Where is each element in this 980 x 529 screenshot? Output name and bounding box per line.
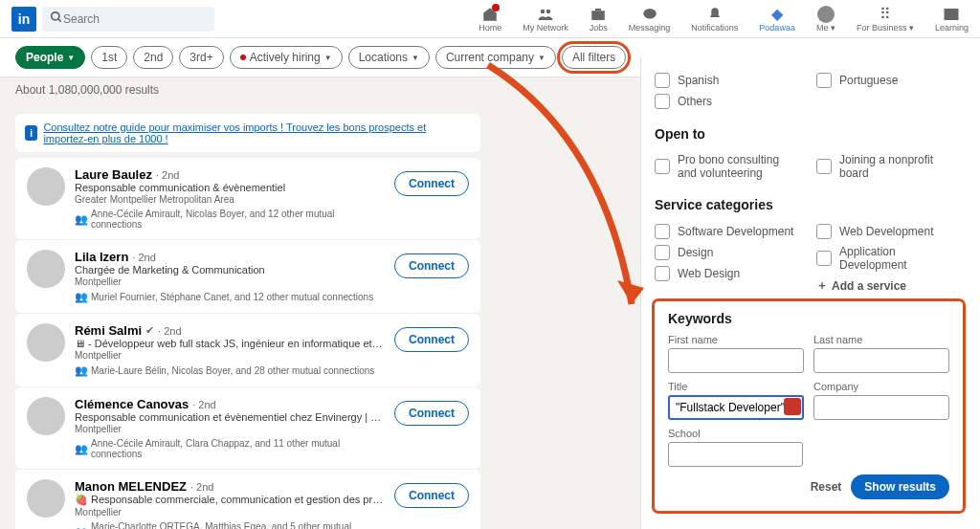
grid-icon: ⠿ bbox=[877, 6, 894, 23]
company-input[interactable] bbox=[813, 395, 949, 420]
filter-current-company[interactable]: Current company▼ bbox=[435, 46, 556, 69]
result-card: Laure Baulez · 2nd Responsable communica… bbox=[15, 158, 480, 240]
filter-2nd[interactable]: 2nd bbox=[133, 46, 173, 69]
profile-name-link[interactable]: Laure Baulez bbox=[75, 167, 152, 182]
checkbox-icon bbox=[655, 94, 670, 109]
extension-badge-icon bbox=[784, 398, 801, 415]
search-input[interactable] bbox=[63, 12, 207, 26]
connect-button[interactable]: Connect bbox=[394, 171, 469, 196]
open-to-heading: Open to bbox=[655, 126, 963, 142]
caret-down-icon: ▼ bbox=[412, 54, 419, 62]
briefcase-icon bbox=[590, 6, 607, 23]
filter-actively-hiring[interactable]: Actively hiring▼ bbox=[230, 46, 343, 69]
avatar-icon bbox=[817, 6, 835, 23]
nav-notifications[interactable]: Notifications bbox=[691, 6, 738, 33]
nav-messaging[interactable]: Messaging bbox=[629, 6, 671, 33]
profile-avatar[interactable] bbox=[27, 250, 65, 288]
keywords-section: Keywords First name Last name Title Comp… bbox=[655, 301, 963, 511]
nav-business[interactable]: ⠿For Business ▾ bbox=[857, 6, 914, 33]
check-spanish[interactable]: Spanish bbox=[655, 73, 801, 88]
filter-all-filters[interactable]: All filters bbox=[562, 46, 626, 69]
connect-button[interactable]: Connect bbox=[394, 253, 469, 278]
services-heading: Service categories bbox=[655, 197, 963, 212]
nav-network[interactable]: My Network bbox=[523, 6, 568, 33]
check-webdev[interactable]: Web Development bbox=[816, 224, 963, 239]
add-service-button[interactable]: ＋Add a service bbox=[816, 277, 963, 294]
profile-name-link[interactable]: Manon MELENDEZ bbox=[75, 479, 187, 494]
fname-label: First name bbox=[668, 334, 804, 345]
filter-people[interactable]: People▼ bbox=[15, 46, 85, 69]
check-others[interactable]: Others bbox=[655, 94, 801, 109]
connection-degree: · 2nd bbox=[190, 481, 213, 493]
info-banner: i Consultez notre guide pour maximiser v… bbox=[15, 114, 480, 152]
profile-name-link[interactable]: Lila Izern bbox=[75, 250, 128, 264]
filters-panel: Spanish Others Portuguese Open to Pro bo… bbox=[640, 57, 980, 529]
connect-button[interactable]: Connect bbox=[394, 483, 469, 508]
profile-name-link[interactable]: Rémi Salmi bbox=[75, 323, 142, 338]
linkedin-logo[interactable]: in bbox=[11, 7, 36, 32]
checkbox-icon bbox=[816, 224, 832, 239]
filter-1st[interactable]: 1st bbox=[91, 46, 127, 69]
profile-avatar[interactable] bbox=[27, 323, 65, 362]
profile-location: Greater Montpellier Metropolitan Area bbox=[75, 194, 385, 205]
profile-avatar[interactable] bbox=[27, 397, 65, 435]
profile-headline: Chargée de Marketing & Communication bbox=[75, 264, 385, 276]
nav-jobs[interactable]: Jobs bbox=[590, 6, 608, 33]
school-input[interactable] bbox=[668, 442, 803, 467]
caret-down-icon: ▼ bbox=[538, 54, 546, 62]
connection-degree: · 2nd bbox=[192, 399, 215, 410]
first-name-input[interactable] bbox=[668, 348, 804, 373]
results-column: i Consultez notre guide pour maximiser v… bbox=[15, 114, 480, 529]
svg-point-0 bbox=[52, 12, 59, 20]
people-icon: 👥 bbox=[75, 526, 88, 530]
check-probono[interactable]: Pro bono consulting and volunteering bbox=[655, 153, 801, 180]
profile-headline: 🍓 Responsable commerciale, communication… bbox=[75, 494, 385, 506]
nav-items: Home My Network Jobs Messaging Notificat… bbox=[479, 6, 969, 33]
checkbox-icon bbox=[655, 245, 670, 260]
caret-down-icon: ▼ bbox=[67, 54, 75, 62]
check-webdesign[interactable]: Web Design bbox=[655, 266, 801, 281]
checkbox-icon bbox=[816, 159, 832, 174]
connect-button[interactable]: Connect bbox=[394, 401, 469, 426]
check-design[interactable]: Design bbox=[655, 245, 801, 260]
profile-avatar[interactable] bbox=[27, 479, 65, 518]
status-dot-icon bbox=[240, 55, 246, 60]
lname-label: Last name bbox=[813, 334, 949, 345]
people-icon: 👥 bbox=[75, 291, 88, 303]
search-box[interactable] bbox=[42, 7, 214, 32]
mutual-connections: 👥Anne-Cécile Amirault, Clara Chappaz, an… bbox=[75, 438, 385, 459]
nav-podawaa[interactable]: ◆Podawaa bbox=[759, 6, 795, 33]
check-portuguese[interactable]: Portuguese bbox=[816, 73, 963, 88]
mutual-connections: 👥Marie-Laure Bélin, Nicolas Boyer, and 2… bbox=[75, 364, 385, 377]
checkbox-icon bbox=[655, 224, 670, 239]
profile-name-link[interactable]: Clémence Canovas bbox=[75, 397, 189, 411]
chat-icon bbox=[641, 6, 658, 23]
banner-link[interactable]: Consultez notre guide pour maximiser vos… bbox=[43, 121, 471, 144]
nav-me[interactable]: Me ▾ bbox=[816, 6, 835, 33]
profile-location: Montpellier bbox=[75, 424, 385, 434]
checkbox-icon bbox=[655, 73, 670, 88]
check-softdev[interactable]: Software Development bbox=[655, 224, 801, 239]
filter-3rd[interactable]: 3rd+ bbox=[179, 46, 223, 69]
nav-learning[interactable]: Learning bbox=[935, 6, 969, 33]
svg-line-1 bbox=[58, 19, 61, 22]
show-results-button[interactable]: Show results bbox=[851, 474, 949, 499]
reset-button[interactable]: Reset bbox=[811, 480, 842, 494]
profile-location: Montpellier bbox=[75, 276, 385, 287]
last-name-input[interactable] bbox=[813, 348, 949, 373]
check-appdev[interactable]: Application Development bbox=[816, 245, 963, 272]
nav-home[interactable]: Home bbox=[479, 6, 501, 33]
caret-down-icon: ▼ bbox=[324, 54, 332, 62]
svg-rect-4 bbox=[592, 11, 606, 20]
people-icon: 👥 bbox=[75, 443, 88, 455]
search-icon bbox=[50, 11, 63, 27]
svg-point-3 bbox=[546, 9, 551, 13]
filter-locations[interactable]: Locations▼ bbox=[348, 46, 430, 69]
plus-icon: ＋ bbox=[816, 277, 828, 294]
checkbox-icon bbox=[655, 266, 670, 281]
profile-avatar[interactable] bbox=[27, 167, 65, 206]
result-card: Lila Izern · 2nd Chargée de Marketing & … bbox=[15, 240, 480, 314]
company-label: Company bbox=[813, 381, 949, 392]
check-nonprofit[interactable]: Joining a nonprofit board bbox=[816, 153, 963, 180]
connect-button[interactable]: Connect bbox=[394, 327, 469, 352]
